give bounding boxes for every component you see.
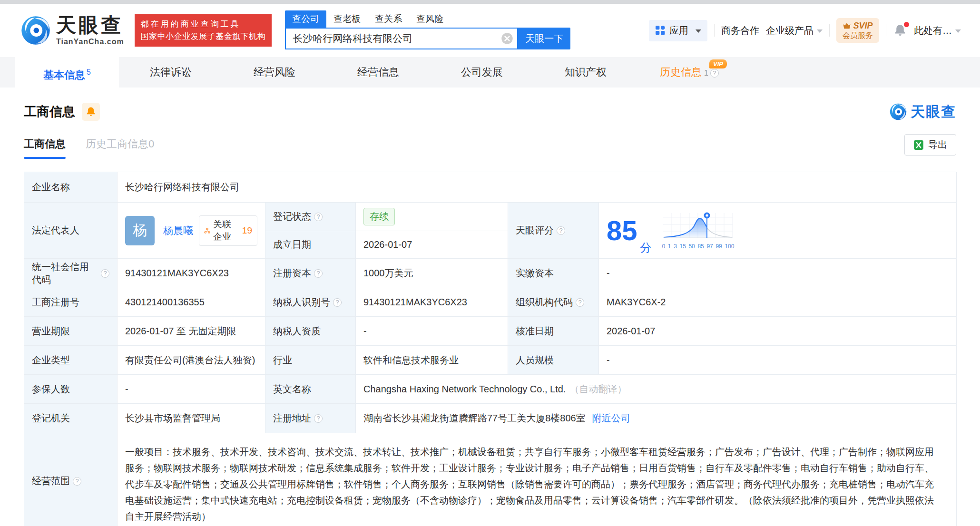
search-input-box — [285, 28, 518, 49]
org-code-value: MAK3YC6X-2 — [599, 288, 957, 317]
help-icon[interactable]: ? — [73, 477, 81, 486]
brand-logo[interactable]: 天眼查 TianYanCha.com — [21, 15, 124, 46]
search-tab-risk[interactable]: 查风险 — [409, 10, 451, 28]
help-icon[interactable]: ? — [557, 226, 565, 235]
promo-line2: 国家中小企业发展子基金旗下机构 — [141, 30, 266, 43]
svip-member-button[interactable]: SVIP 会员服务 — [836, 18, 879, 43]
nearby-companies-link[interactable]: 附近公司 — [592, 412, 630, 425]
subtab-history-registration[interactable]: 历史工商信息0 — [86, 137, 154, 159]
clear-icon[interactable] — [501, 32, 513, 45]
industry-label: 行业 — [265, 346, 356, 375]
related-companies-icon — [204, 226, 210, 235]
reg-status-cell: 存续 — [356, 203, 508, 231]
enterprise-products-label: 企业级产品 — [766, 24, 813, 37]
bell-icon — [85, 106, 97, 117]
english-name-cell: Changsha Haxing Network Technology Co., … — [356, 375, 957, 404]
apps-label: 应用 — [669, 24, 688, 37]
company-type-label: 企业类型 — [24, 346, 118, 375]
nav-tab-label: 法律诉讼 — [150, 66, 192, 78]
nav-tab-history-info[interactable]: VIP 历史信息1? — [637, 57, 741, 88]
address-value: 湖南省长沙县湘龙街道腾辉路77号工美大厦8楼806室 — [363, 412, 586, 425]
business-scope-label: 经营范围 ? — [24, 433, 118, 526]
business-term-label: 营业期限 — [24, 317, 118, 346]
search-tab-company[interactable]: 查公司 — [285, 10, 326, 28]
help-icon[interactable]: ? — [314, 213, 323, 221]
tianyancha-logo-icon — [21, 16, 50, 45]
business-term-value: 2026-01-07 至 无固定期限 — [118, 317, 265, 346]
reg-number-value: 430121400136355 — [118, 288, 265, 317]
label-text: 纳税人识别号 — [273, 296, 330, 309]
nav-tab-legal[interactable]: 法律诉讼 — [119, 57, 223, 88]
label-text: 登记状态 — [273, 210, 311, 223]
help-icon[interactable]: ? — [333, 298, 342, 307]
insured-label: 参保人数 — [24, 375, 118, 404]
search-button[interactable]: 天眼一下 — [518, 28, 570, 49]
label-text: 经营范围 — [32, 475, 70, 487]
taxpayer-id-label: 纳税人识别号 ? — [265, 288, 356, 317]
apps-grid-icon — [655, 25, 666, 36]
divider — [714, 24, 715, 37]
label-text: 组织机构代码 — [516, 296, 573, 309]
nav-tab-business-info[interactable]: 经营信息 — [326, 57, 430, 88]
enterprise-products-menu[interactable]: 企业级产品 — [766, 24, 823, 37]
company-name-label: 企业名称 — [24, 172, 118, 203]
nav-tab-basic-info[interactable]: 基本信息5 — [15, 57, 119, 88]
vip-badge: VIP — [709, 59, 727, 68]
reg-capital-label: 注册资本 ? — [265, 259, 356, 288]
crown-icon — [843, 22, 851, 29]
brand-name: 天眼查 — [56, 15, 124, 35]
search-tab-boss[interactable]: 查老板 — [326, 10, 368, 28]
help-icon[interactable]: ? — [101, 269, 109, 278]
notifications-button[interactable] — [893, 23, 907, 38]
reg-number-label: 工商注册号 — [24, 288, 118, 317]
status-badge: 存续 — [363, 208, 395, 225]
help-icon[interactable]: ? — [314, 269, 323, 278]
search-tab-relation[interactable]: 查关系 — [368, 10, 409, 28]
paid-capital-label: 实缴资本 — [508, 259, 599, 288]
english-name-value: Changsha Haxing Network Technology Co., … — [363, 384, 566, 395]
company-type-value: 有限责任公司(港澳台法人独资) — [118, 346, 265, 375]
nav-tab-count: 1 — [704, 69, 708, 77]
company-name-value: 长沙哈行网络科技有限公司 — [118, 172, 957, 203]
help-icon[interactable]: ? — [710, 69, 719, 78]
search-area: 查公司 查老板 查关系 查风险 天眼一下 — [285, 11, 570, 49]
nav-tab-operating-risk[interactable]: 经营风险 — [223, 57, 326, 88]
legal-rep-name-link[interactable]: 杨晨曦 — [163, 224, 193, 237]
label-text: 天眼评分 — [516, 224, 554, 237]
legal-rep-avatar[interactable]: 杨 — [125, 216, 155, 245]
nav-tab-label: 历史信息 — [660, 66, 702, 78]
monitor-bell-button[interactable] — [82, 103, 100, 121]
main-content: 工商信息 天眼查 工商信息 历史工商信息0 — [0, 102, 980, 526]
address-cell: 湖南省长沙县湘龙街道腾辉路77号工美大厦8楼806室 附近公司 — [356, 404, 957, 433]
search-tabs: 查公司 查老板 查关系 查风险 — [285, 11, 570, 28]
section-watermark-logo: 天眼查 — [890, 102, 956, 122]
apps-menu[interactable]: 应用 — [649, 20, 707, 41]
svip-label: SVIP — [853, 20, 872, 31]
taxpayer-quality-label: 纳税人资质 — [265, 317, 356, 346]
export-button[interactable]: 导出 — [904, 134, 956, 156]
business-scope-value: 一般项目：技术服务、技术开发、技术咨询、技术交流、技术转让、技术推广；机械设备租… — [118, 433, 957, 526]
nav-tab-intellectual-property[interactable]: 知识产权 — [534, 57, 637, 88]
help-icon[interactable]: ? — [314, 414, 323, 423]
help-icon[interactable]: ? — [576, 298, 584, 307]
related-companies-button[interactable]: 关联企业 19 — [199, 215, 257, 246]
established-value: 2026-01-07 — [356, 231, 508, 259]
address-label: 注册地址 ? — [265, 404, 356, 433]
svip-sublabel: 会员服务 — [843, 31, 873, 40]
legal-rep-cell: 杨 杨晨曦 关联企业 19 — [118, 203, 265, 259]
industry-value: 软件和信息技术服务业 — [356, 346, 508, 375]
company-nav-bar: 基本信息5 法律诉讼 经营风险 经营信息 公司发展 知识产权 VIP 历史信息1… — [0, 57, 980, 88]
nav-tab-company-development[interactable]: 公司发展 — [430, 57, 534, 88]
auto-translate-note: （自动翻译） — [569, 383, 627, 396]
business-coop-link[interactable]: 商务合作 — [721, 24, 759, 37]
promo-line1: 都在用的商业查询工具 — [141, 18, 266, 30]
search-input[interactable] — [293, 33, 501, 44]
watermark-logo-text: 天眼查 — [911, 102, 956, 122]
chevron-down-icon — [696, 29, 701, 33]
brand-domain: TianYanCha.com — [56, 38, 124, 46]
chevron-down-icon — [955, 29, 961, 33]
account-menu[interactable]: 此处有… — [914, 24, 961, 37]
subtab-business-registration[interactable]: 工商信息 — [24, 137, 66, 159]
score-label: 天眼评分 ? — [508, 203, 599, 259]
taxpayer-id-value: 91430121MAK3YC6X23 — [356, 288, 508, 317]
